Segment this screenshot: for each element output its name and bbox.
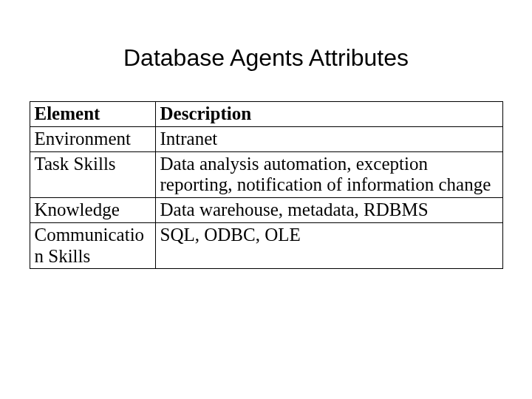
slide-title: Database Agents Attributes <box>0 44 532 72</box>
header-description: Description <box>155 102 502 127</box>
cell-element: Knowledge <box>30 198 155 223</box>
cell-element: Environment <box>30 126 155 151</box>
cell-element: Communication Skills <box>30 222 155 269</box>
header-element: Element <box>30 102 155 127</box>
cell-description: SQL, ODBC, OLE <box>155 222 502 269</box>
table-row: Task Skills Data analysis automation, ex… <box>30 151 502 198</box>
table-row: Knowledge Data warehouse, metadata, RDBM… <box>30 198 502 223</box>
cell-element: Task Skills <box>30 151 155 198</box>
slide: Database Agents Attributes Element Descr… <box>0 0 532 399</box>
table-row: Environment Intranet <box>30 126 502 151</box>
cell-description: Data warehouse, metadata, RDBMS <box>155 198 502 223</box>
table-row: Communication Skills SQL, ODBC, OLE <box>30 222 502 269</box>
cell-description: Intranet <box>155 126 502 151</box>
cell-description: Data analysis automation, exception repo… <box>155 151 502 198</box>
table-header-row: Element Description <box>30 102 502 127</box>
attributes-table: Element Description Environment Intranet… <box>30 101 503 269</box>
